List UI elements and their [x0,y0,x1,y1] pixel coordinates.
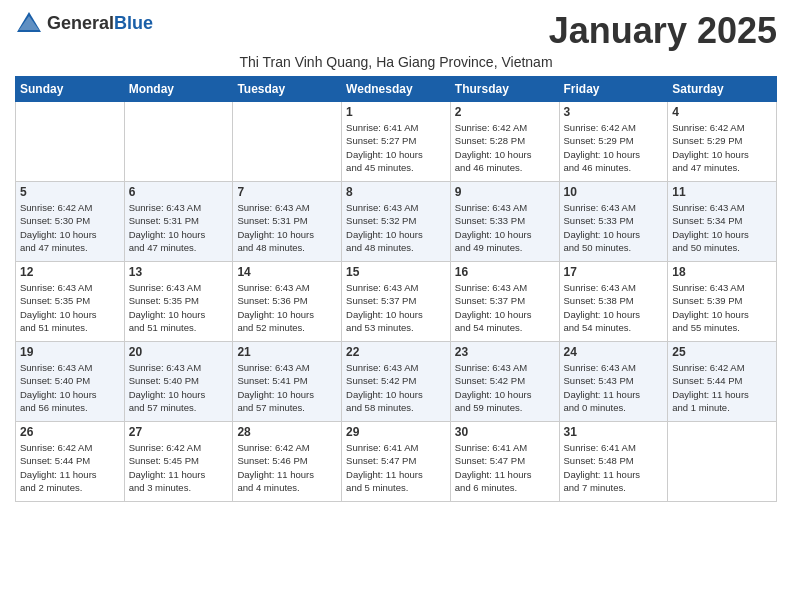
day-number: 26 [20,425,120,439]
day-info: Sunrise: 6:42 AM Sunset: 5:28 PM Dayligh… [455,121,555,174]
calendar-cell: 26Sunrise: 6:42 AM Sunset: 5:44 PM Dayli… [16,422,125,502]
day-info: Sunrise: 6:42 AM Sunset: 5:44 PM Dayligh… [672,361,772,414]
col-sunday: Sunday [16,77,125,102]
col-saturday: Saturday [668,77,777,102]
day-number: 7 [237,185,337,199]
header-row: Sunday Monday Tuesday Wednesday Thursday… [16,77,777,102]
day-number: 19 [20,345,120,359]
col-wednesday: Wednesday [342,77,451,102]
calendar-cell: 2Sunrise: 6:42 AM Sunset: 5:28 PM Daylig… [450,102,559,182]
calendar-cell [668,422,777,502]
calendar-cell [124,102,233,182]
day-number: 21 [237,345,337,359]
day-info: Sunrise: 6:43 AM Sunset: 5:36 PM Dayligh… [237,281,337,334]
day-info: Sunrise: 6:41 AM Sunset: 5:47 PM Dayligh… [346,441,446,494]
day-info: Sunrise: 6:42 AM Sunset: 5:46 PM Dayligh… [237,441,337,494]
day-info: Sunrise: 6:43 AM Sunset: 5:33 PM Dayligh… [455,201,555,254]
calendar-cell: 7Sunrise: 6:43 AM Sunset: 5:31 PM Daylig… [233,182,342,262]
day-info: Sunrise: 6:41 AM Sunset: 5:27 PM Dayligh… [346,121,446,174]
calendar-cell [16,102,125,182]
calendar-cell: 28Sunrise: 6:42 AM Sunset: 5:46 PM Dayli… [233,422,342,502]
day-info: Sunrise: 6:43 AM Sunset: 5:43 PM Dayligh… [564,361,664,414]
day-info: Sunrise: 6:42 AM Sunset: 5:44 PM Dayligh… [20,441,120,494]
day-number: 6 [129,185,229,199]
day-number: 27 [129,425,229,439]
calendar-cell: 25Sunrise: 6:42 AM Sunset: 5:44 PM Dayli… [668,342,777,422]
day-info: Sunrise: 6:42 AM Sunset: 5:45 PM Dayligh… [129,441,229,494]
day-info: Sunrise: 6:43 AM Sunset: 5:39 PM Dayligh… [672,281,772,334]
calendar-cell: 4Sunrise: 6:42 AM Sunset: 5:29 PM Daylig… [668,102,777,182]
day-info: Sunrise: 6:43 AM Sunset: 5:42 PM Dayligh… [346,361,446,414]
day-info: Sunrise: 6:41 AM Sunset: 5:47 PM Dayligh… [455,441,555,494]
day-number: 11 [672,185,772,199]
day-info: Sunrise: 6:43 AM Sunset: 5:33 PM Dayligh… [564,201,664,254]
day-number: 25 [672,345,772,359]
day-info: Sunrise: 6:41 AM Sunset: 5:48 PM Dayligh… [564,441,664,494]
day-number: 2 [455,105,555,119]
logo-icon [15,10,43,38]
col-tuesday: Tuesday [233,77,342,102]
day-number: 3 [564,105,664,119]
day-number: 24 [564,345,664,359]
logo-blue-text: Blue [114,13,153,33]
day-number: 8 [346,185,446,199]
day-info: Sunrise: 6:43 AM Sunset: 5:41 PM Dayligh… [237,361,337,414]
day-number: 14 [237,265,337,279]
day-number: 31 [564,425,664,439]
day-info: Sunrise: 6:42 AM Sunset: 5:30 PM Dayligh… [20,201,120,254]
day-info: Sunrise: 6:43 AM Sunset: 5:35 PM Dayligh… [129,281,229,334]
day-info: Sunrise: 6:43 AM Sunset: 5:34 PM Dayligh… [672,201,772,254]
day-number: 28 [237,425,337,439]
calendar-cell: 30Sunrise: 6:41 AM Sunset: 5:47 PM Dayli… [450,422,559,502]
day-number: 30 [455,425,555,439]
calendar-title: January 2025 [549,10,777,52]
logo-area: GeneralBlue [15,10,153,38]
calendar-cell: 19Sunrise: 6:43 AM Sunset: 5:40 PM Dayli… [16,342,125,422]
calendar-cell: 1Sunrise: 6:41 AM Sunset: 5:27 PM Daylig… [342,102,451,182]
day-number: 18 [672,265,772,279]
calendar-cell: 23Sunrise: 6:43 AM Sunset: 5:42 PM Dayli… [450,342,559,422]
calendar-cell: 3Sunrise: 6:42 AM Sunset: 5:29 PM Daylig… [559,102,668,182]
calendar-cell: 22Sunrise: 6:43 AM Sunset: 5:42 PM Dayli… [342,342,451,422]
header: GeneralBlue January 2025 [15,10,777,52]
calendar-cell: 15Sunrise: 6:43 AM Sunset: 5:37 PM Dayli… [342,262,451,342]
day-number: 1 [346,105,446,119]
calendar-cell: 13Sunrise: 6:43 AM Sunset: 5:35 PM Dayli… [124,262,233,342]
day-number: 15 [346,265,446,279]
calendar-cell: 27Sunrise: 6:42 AM Sunset: 5:45 PM Dayli… [124,422,233,502]
day-info: Sunrise: 6:43 AM Sunset: 5:35 PM Dayligh… [20,281,120,334]
calendar-cell: 20Sunrise: 6:43 AM Sunset: 5:40 PM Dayli… [124,342,233,422]
day-number: 10 [564,185,664,199]
day-info: Sunrise: 6:43 AM Sunset: 5:31 PM Dayligh… [237,201,337,254]
day-number: 13 [129,265,229,279]
day-info: Sunrise: 6:43 AM Sunset: 5:42 PM Dayligh… [455,361,555,414]
day-number: 17 [564,265,664,279]
day-number: 4 [672,105,772,119]
day-number: 16 [455,265,555,279]
calendar-cell: 11Sunrise: 6:43 AM Sunset: 5:34 PM Dayli… [668,182,777,262]
day-info: Sunrise: 6:43 AM Sunset: 5:31 PM Dayligh… [129,201,229,254]
page: GeneralBlue January 2025 Thi Tran Vinh Q… [0,0,792,612]
calendar-cell: 9Sunrise: 6:43 AM Sunset: 5:33 PM Daylig… [450,182,559,262]
calendar-cell: 14Sunrise: 6:43 AM Sunset: 5:36 PM Dayli… [233,262,342,342]
day-number: 29 [346,425,446,439]
calendar-cell: 21Sunrise: 6:43 AM Sunset: 5:41 PM Dayli… [233,342,342,422]
day-info: Sunrise: 6:43 AM Sunset: 5:40 PM Dayligh… [20,361,120,414]
calendar-subtitle: Thi Tran Vinh Quang, Ha Giang Province, … [15,54,777,70]
col-monday: Monday [124,77,233,102]
day-number: 12 [20,265,120,279]
calendar-cell: 16Sunrise: 6:43 AM Sunset: 5:37 PM Dayli… [450,262,559,342]
calendar-week-1: 1Sunrise: 6:41 AM Sunset: 5:27 PM Daylig… [16,102,777,182]
day-info: Sunrise: 6:43 AM Sunset: 5:32 PM Dayligh… [346,201,446,254]
day-number: 23 [455,345,555,359]
calendar-week-4: 19Sunrise: 6:43 AM Sunset: 5:40 PM Dayli… [16,342,777,422]
calendar-table: Sunday Monday Tuesday Wednesday Thursday… [15,76,777,502]
day-info: Sunrise: 6:43 AM Sunset: 5:38 PM Dayligh… [564,281,664,334]
calendar-cell: 10Sunrise: 6:43 AM Sunset: 5:33 PM Dayli… [559,182,668,262]
calendar-week-5: 26Sunrise: 6:42 AM Sunset: 5:44 PM Dayli… [16,422,777,502]
calendar-cell: 24Sunrise: 6:43 AM Sunset: 5:43 PM Dayli… [559,342,668,422]
calendar-cell: 31Sunrise: 6:41 AM Sunset: 5:48 PM Dayli… [559,422,668,502]
day-number: 22 [346,345,446,359]
calendar-cell: 6Sunrise: 6:43 AM Sunset: 5:31 PM Daylig… [124,182,233,262]
day-info: Sunrise: 6:42 AM Sunset: 5:29 PM Dayligh… [672,121,772,174]
